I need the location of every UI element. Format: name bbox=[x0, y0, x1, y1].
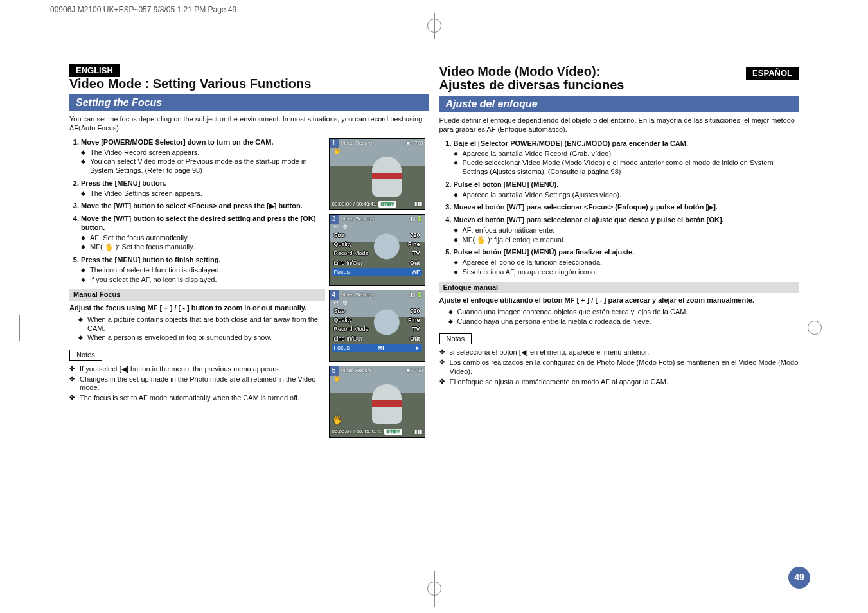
menu-key: Line In/Out bbox=[334, 335, 362, 342]
step-bullet: The Video Record screen appears. bbox=[90, 148, 325, 157]
step-bullet: AF: Set the focus automatically. bbox=[90, 234, 325, 243]
stby-badge: STBY bbox=[378, 201, 396, 208]
battery-icon: ▮▯ 🔋 bbox=[410, 292, 423, 298]
step-bullet: AF: enfoca automáticamente. bbox=[463, 226, 799, 235]
steps-list-es: Baje el [Selector POWER/MODE] (ENC./MODO… bbox=[439, 139, 799, 277]
step-text: Mueva el botón [W/T] para seleccionar el… bbox=[454, 216, 724, 224]
shot-number: 3 bbox=[329, 214, 339, 224]
battery-icon: ▮▯ 🔋 bbox=[410, 216, 423, 222]
manual-focus-line-en: Adjust the focus using MF [ + ] / [ - ] … bbox=[69, 304, 325, 313]
shot-number: 1 bbox=[329, 138, 339, 148]
screenshot-3: 3 Video Settings▮▯ 🔋 ↩⚙ Size720 QualityF… bbox=[329, 214, 425, 286]
step-bullet: MF( 🖐 ): fija el enfoque manual. bbox=[463, 236, 799, 245]
screenshot-5: 5 Video Record ■F 720 🖐 🖐 00:00:00 / 00:… bbox=[329, 366, 425, 438]
menu-key: Size bbox=[334, 308, 346, 315]
step-bullet: Aparece el icono de la función seleccion… bbox=[463, 258, 799, 267]
chevron-right-icon: ▸ bbox=[416, 344, 420, 351]
notes-label-es: Notas bbox=[439, 333, 472, 345]
menu-key: Quality bbox=[334, 241, 352, 248]
shot-title: Video Record bbox=[341, 368, 372, 374]
step-bullet: Aparece la pantalla Video Record (Grab. … bbox=[463, 150, 799, 159]
menu-key: Record Mode bbox=[334, 250, 369, 257]
intro-es: Puede definir el enfoque dependiendo del… bbox=[439, 116, 799, 134]
note-item: The focus is set to AF mode automaticall… bbox=[80, 394, 325, 403]
step-text: Move the [W/T] button to select the desi… bbox=[81, 215, 315, 231]
manual-bullet: Cuando una imagen contenga objetos que e… bbox=[457, 308, 799, 317]
shot-time: 00:00:00 / 00:43:41 bbox=[332, 201, 376, 208]
menu-val: MF bbox=[378, 344, 386, 351]
gear-icon: ⚙ bbox=[342, 224, 348, 231]
step-bullet: The Video Settings screen appears. bbox=[90, 190, 325, 199]
step-bullet: You can select Video mode or Previous mo… bbox=[90, 157, 325, 175]
battery-icon: ▮▮▮ bbox=[414, 201, 422, 208]
menu-key: Size bbox=[334, 232, 346, 239]
notes-list-en: If you select [◀] button in the menu, th… bbox=[69, 365, 325, 403]
menu-key: Focus bbox=[334, 344, 350, 351]
hand-icon: 🖐 bbox=[333, 148, 341, 155]
note-item: si selecciona el botón [◀] en el menú, a… bbox=[450, 348, 799, 357]
section-title-en: Setting the Focus bbox=[69, 94, 429, 111]
menu-key: Record Mode bbox=[334, 326, 369, 333]
menu-val: Out bbox=[410, 335, 420, 342]
step-bullet: Aparece la pantalla Video Settings (Ajus… bbox=[463, 191, 799, 200]
shot-time: 00:00:00 / 00:43:41 bbox=[332, 429, 376, 435]
lang-badge-english: ENGLISH bbox=[69, 64, 120, 77]
back-icon: ↩ bbox=[333, 224, 339, 231]
menu-val: Fine bbox=[408, 241, 420, 248]
crop-mark bbox=[0, 315, 36, 341]
manual-focus-line-es: Ajuste el enfoque utilizando el botón MF… bbox=[439, 296, 799, 305]
lang-badge-spanish: ESPAÑOL bbox=[746, 67, 799, 80]
step-text: Baje el [Selector POWER/MODE] (ENC./MODO… bbox=[454, 139, 689, 147]
step-text: Mueva el botón [W/T] para seleccionar <F… bbox=[454, 203, 718, 211]
menu-key: Quality bbox=[334, 317, 352, 324]
menu-key: Line In/Out bbox=[334, 260, 362, 267]
print-header: 00906J M2100 UK+ESP~057 9/8/05 1:21 PM P… bbox=[50, 5, 236, 14]
stby-badge: STBY bbox=[384, 429, 402, 435]
crop-mark bbox=[421, 13, 447, 39]
screenshots-column: 1 Video Record ■F 720 🖐 00:00:00 / 00:43… bbox=[329, 138, 429, 438]
menu-val: AF bbox=[412, 269, 420, 276]
section-title-es: Ajuste del enfoque bbox=[439, 96, 799, 112]
steps-list-en: Move [POWER/MODE Selector] down to turn … bbox=[69, 138, 325, 285]
back-icon: ↩ bbox=[333, 299, 339, 306]
english-column: ENGLISH Video Mode : Setting Various Fun… bbox=[64, 64, 434, 587]
manual-bullet: When a picture contains objects that are… bbox=[87, 315, 325, 333]
hand-icon: 🖐 bbox=[333, 375, 341, 382]
menu-val: 720 bbox=[410, 232, 420, 239]
shot-number: 5 bbox=[329, 366, 339, 376]
step-bullet: MF( 🖐 ): Set the focus manually. bbox=[90, 243, 325, 252]
note-item: Los cambios realizados en la configuraci… bbox=[450, 359, 799, 377]
shot-title: Video Record bbox=[341, 140, 372, 147]
step-text: Move [POWER/MODE Selector] down to turn … bbox=[81, 138, 273, 146]
manual-bullet: Cuando haya una persona entre la niebla … bbox=[457, 317, 799, 326]
shot-title: Video Settings bbox=[341, 216, 374, 222]
shot-number: 4 bbox=[329, 290, 339, 300]
step-bullet: Si selecciona AF, no aparece ningún icon… bbox=[463, 268, 799, 277]
page-number-badge: 49 bbox=[788, 567, 810, 589]
notes-list-es: si selecciona el botón [◀] en el menú, a… bbox=[439, 348, 799, 386]
manual-focus-heading-en: Manual Focus bbox=[69, 289, 325, 301]
step-text: Press the [MENU] button. bbox=[81, 179, 166, 187]
menu-val: 720 bbox=[410, 308, 420, 315]
manual-focus-heading-es: Enfoque manual bbox=[439, 282, 799, 294]
manual-focus-icon: 🖐 bbox=[332, 415, 342, 425]
manual-bullet: When a person is enveloped in fog or sur… bbox=[87, 333, 325, 342]
gear-icon: ⚙ bbox=[342, 299, 348, 306]
menu-val: Out bbox=[410, 260, 420, 267]
intro-en: You can set the focus depending on the s… bbox=[69, 115, 429, 133]
step-bullet: If you select the AF, no icon is display… bbox=[90, 276, 325, 285]
shot-res: ■F 720 bbox=[407, 368, 423, 374]
note-item: If you select [◀] button in the menu, th… bbox=[80, 365, 325, 374]
step-text: Pulse el botón [MENU] (MENÚ). bbox=[454, 181, 559, 188]
step-bullet: Puede seleccionar Video Mode (Modo Vídeo… bbox=[463, 159, 799, 177]
page-title-en: Video Mode : Setting Various Functions bbox=[69, 76, 429, 91]
screenshot-1: 1 Video Record ■F 720 🖐 00:00:00 / 00:43… bbox=[329, 138, 425, 210]
menu-val: TV bbox=[412, 326, 420, 333]
spanish-column: Video Mode (Modo Vídeo): ESPAÑOL Ajustes… bbox=[434, 64, 804, 587]
page-title-es-a: Video Mode (Modo Vídeo): bbox=[439, 64, 601, 78]
step-text: Move the [W/T] button to select <Focus> … bbox=[81, 202, 303, 209]
page-title-es-b: Ajustes de diversas funciones bbox=[439, 78, 799, 92]
step-text: Press the [MENU] button to finish settin… bbox=[81, 256, 221, 263]
note-item: Changes in the set-up made in the Photo … bbox=[80, 375, 325, 393]
shot-res: ■F 720 bbox=[407, 140, 423, 147]
